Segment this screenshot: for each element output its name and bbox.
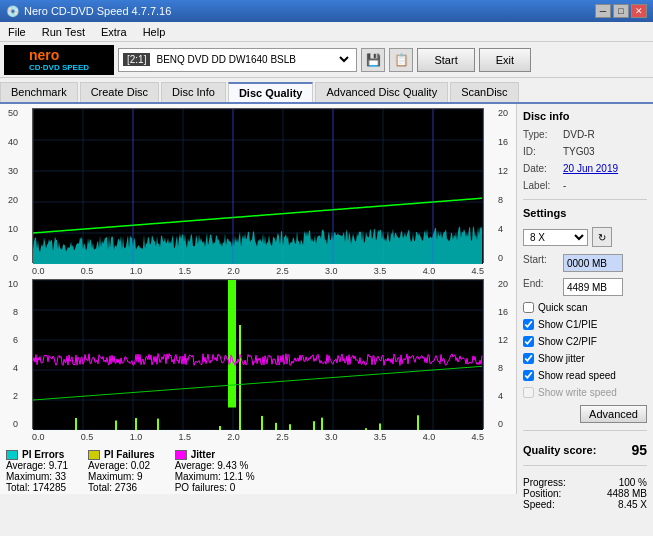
disc-label-row: Label: - — [523, 180, 647, 191]
drive-dropdown[interactable]: BENQ DVD DD DW1640 BSLB — [152, 53, 352, 66]
pi-failures-total: Total: 2736 — [88, 482, 155, 493]
tab-bar: Benchmark Create Disc Disc Info Disc Qua… — [0, 78, 653, 104]
progress-section: Progress: 100 % Position: 4488 MB Speed:… — [523, 477, 647, 510]
show-write-speed-row: Show write speed — [523, 387, 647, 398]
tab-disc-info[interactable]: Disc Info — [161, 82, 226, 102]
disc-date-row: Date: 20 Jun 2019 — [523, 163, 647, 174]
start-row: Start: — [523, 254, 647, 272]
drive-selector[interactable]: [2:1] BENQ DVD DD DW1640 BSLB — [118, 48, 357, 72]
pi-errors-max: Maximum: 33 — [6, 471, 68, 482]
close-button[interactable]: ✕ — [631, 4, 647, 18]
minimize-button[interactable]: ─ — [595, 4, 611, 18]
end-row: End: — [523, 278, 647, 296]
menu-help[interactable]: Help — [135, 24, 174, 40]
bottom-chart-wrapper: 10 8 6 4 2 0 20 16 12 8 4 0 — [32, 279, 484, 429]
bottom-y-axis-right: 20 16 12 8 4 0 — [498, 279, 508, 429]
tab-advanced-disc-quality[interactable]: Advanced Disc Quality — [315, 82, 448, 102]
show-read-speed-checkbox[interactable] — [523, 370, 534, 381]
menu-extra[interactable]: Extra — [93, 24, 135, 40]
tab-create-disc[interactable]: Create Disc — [80, 82, 159, 102]
pi-failures-avg: Average: 0.02 — [88, 460, 155, 471]
menu-bar: File Run Test Extra Help — [0, 22, 653, 42]
show-write-speed-checkbox — [523, 387, 534, 398]
top-y-axis-left: 50 40 30 20 10 0 — [8, 108, 18, 263]
legend-area: PI Errors Average: 9.71 Maximum: 33 Tota… — [4, 445, 512, 497]
quick-scan-row: Quick scan — [523, 302, 647, 313]
end-field[interactable] — [563, 278, 623, 296]
disc-type-row: Type: DVD-R — [523, 129, 647, 140]
main-content: 50 40 30 20 10 0 20 16 12 8 4 0 0.0 0.5 — [0, 104, 653, 494]
app-title: Nero CD-DVD Speed 4.7.7.16 — [24, 5, 171, 17]
show-c2pif-row: Show C2/PIF — [523, 336, 647, 347]
drive-label: [2:1] — [123, 53, 150, 66]
right-panel: Disc info Type: DVD-R ID: TYG03 Date: 20… — [516, 104, 653, 494]
show-jitter-checkbox[interactable] — [523, 353, 534, 364]
divider-1 — [523, 199, 647, 200]
position-row: Position: 4488 MB — [523, 488, 647, 499]
disc-id-row: ID: TYG03 — [523, 146, 647, 157]
show-c1pie-row: Show C1/PIE — [523, 319, 647, 330]
logo: nero CD·DVD SPEED — [4, 45, 114, 75]
quality-score-row: Quality score: 95 — [523, 442, 647, 458]
maximize-button[interactable]: □ — [613, 4, 629, 18]
show-c2pif-checkbox[interactable] — [523, 336, 534, 347]
exit-button[interactable]: Exit — [479, 48, 531, 72]
title-bar: 💿 Nero CD-DVD Speed 4.7.7.16 ─ □ ✕ — [0, 0, 653, 22]
jitter-po: PO failures: 0 — [175, 482, 255, 493]
show-read-speed-row: Show read speed — [523, 370, 647, 381]
disc-info-title: Disc info — [523, 110, 647, 122]
pi-failures-title: PI Failures — [104, 449, 155, 460]
progress-row: Progress: 100 % — [523, 477, 647, 488]
menu-file[interactable]: File — [0, 24, 34, 40]
window-controls[interactable]: ─ □ ✕ — [595, 4, 647, 18]
speed-select[interactable]: 8 X 4 X 12 X 16 X Max — [523, 229, 588, 246]
jitter-max: Maximum: 12.1 % — [175, 471, 255, 482]
speed-row: 8 X 4 X 12 X 16 X Max ↻ — [523, 227, 647, 247]
pi-errors-avg: Average: 9.71 — [6, 460, 68, 471]
top-x-axis: 0.0 0.5 1.0 1.5 2.0 2.5 3.0 3.5 4.0 4.5 — [32, 265, 484, 277]
pi-errors-color — [6, 450, 18, 460]
pi-failures-max: Maximum: 9 — [88, 471, 155, 482]
tab-disc-quality[interactable]: Disc Quality — [228, 82, 314, 102]
tab-benchmark[interactable]: Benchmark — [0, 82, 78, 102]
start-button[interactable]: Start — [417, 48, 474, 72]
show-jitter-row: Show jitter — [523, 353, 647, 364]
pi-errors-total: Total: 174285 — [6, 482, 68, 493]
top-chart — [32, 108, 484, 263]
divider-2 — [523, 430, 647, 431]
disk-icon[interactable]: 💾 — [361, 48, 385, 72]
start-field[interactable] — [563, 254, 623, 272]
toolbar: nero CD·DVD SPEED [2:1] BENQ DVD DD DW16… — [0, 42, 653, 78]
pi-errors-title: PI Errors — [22, 449, 64, 460]
settings-title: Settings — [523, 207, 647, 219]
jitter-color — [175, 450, 187, 460]
jitter-avg: Average: 9.43 % — [175, 460, 255, 471]
legend-pi-failures: PI Failures Average: 0.02 Maximum: 9 Tot… — [88, 449, 155, 493]
bottom-y-axis-left: 10 8 6 4 2 0 — [8, 279, 18, 429]
app-icon: 💿 — [6, 5, 20, 18]
top-y-axis-right: 20 16 12 8 4 0 — [498, 108, 508, 263]
legend-pi-errors: PI Errors Average: 9.71 Maximum: 33 Tota… — [6, 449, 68, 493]
menu-run-test[interactable]: Run Test — [34, 24, 93, 40]
advanced-button[interactable]: Advanced — [580, 405, 647, 423]
bottom-x-axis: 0.0 0.5 1.0 1.5 2.0 2.5 3.0 3.5 4.0 4.5 — [32, 431, 484, 443]
show-c1pie-checkbox[interactable] — [523, 319, 534, 330]
quality-score-value: 95 — [631, 442, 647, 458]
tab-scan-disc[interactable]: ScanDisc — [450, 82, 518, 102]
speed-row-progress: Speed: 8.45 X — [523, 499, 647, 510]
pi-failures-color — [88, 450, 100, 460]
refresh-button[interactable]: ↻ — [592, 227, 612, 247]
divider-3 — [523, 465, 647, 466]
save-icon[interactable]: 📋 — [389, 48, 413, 72]
jitter-title: Jitter — [191, 449, 215, 460]
top-chart-wrapper: 50 40 30 20 10 0 20 16 12 8 4 0 — [32, 108, 484, 263]
chart-area: 50 40 30 20 10 0 20 16 12 8 4 0 0.0 0.5 — [0, 104, 516, 494]
legend-jitter: Jitter Average: 9.43 % Maximum: 12.1 % P… — [175, 449, 255, 493]
quick-scan-checkbox[interactable] — [523, 302, 534, 313]
bottom-chart — [32, 279, 484, 429]
